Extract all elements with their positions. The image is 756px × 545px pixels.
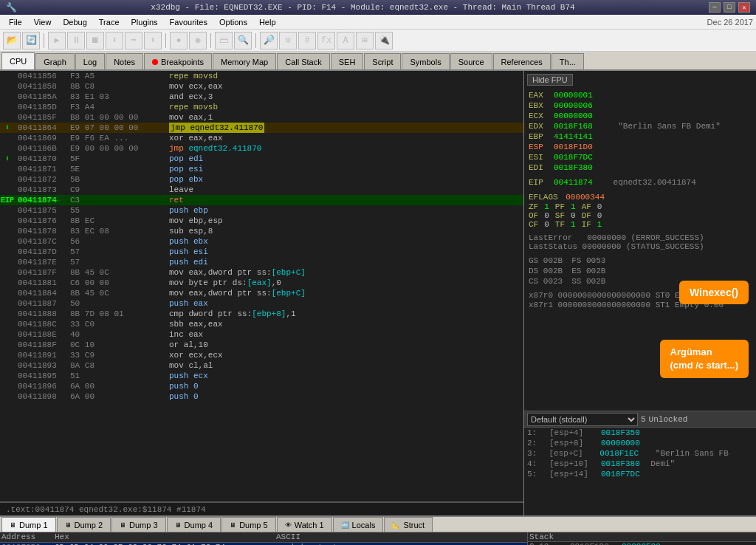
- reg-ecx: ECX 00000000: [526, 111, 755, 121]
- disasm-row[interactable]: 004118888B 7D 08 01cmp dword ptr ss:[ebp…: [0, 309, 523, 319]
- seg-ds-es: DS 002B ES 002B: [526, 266, 755, 276]
- dump-tab-watch1[interactable]: 👁Watch 1: [277, 517, 332, 532]
- tab-references[interactable]: References: [493, 53, 551, 69]
- close-button[interactable]: ✕: [738, 2, 750, 13]
- toolbar-fx[interactable]: fx: [317, 32, 335, 49]
- disasm-row[interactable]: ⬆004118705Fpop edi: [0, 154, 523, 164]
- disasm-row[interactable]: 00411873C9leave: [0, 185, 523, 195]
- toolbar-step-out[interactable]: ⬆: [144, 32, 162, 49]
- disasm-row[interactable]: 0041189133 C9xor ecx,ecx: [0, 350, 523, 360]
- tab-source[interactable]: Source: [450, 53, 492, 69]
- reg-eip: EIP 00411874 eqnedt32.00411874: [526, 177, 755, 188]
- maximize-button[interactable]: □: [724, 2, 735, 13]
- disasm-row[interactable]: 0041187D57push esi: [0, 247, 523, 257]
- disasm-panel: 00411856F3 A5repe movsd004118588B C8mov …: [0, 71, 524, 515]
- toolbar-extra[interactable]: ⊞: [356, 32, 374, 49]
- disasm-row[interactable]: 004118715Epop esi: [0, 164, 523, 174]
- tab-symbols[interactable]: Symbols: [402, 53, 449, 69]
- disasm-row[interactable]: 004118986A 00push 0: [0, 391, 523, 402]
- stack-frame-select[interactable]: Default (stdcall): [527, 413, 638, 426]
- dump-header: Address Hex ASCII: [0, 532, 527, 543]
- disasm-row[interactable]: 0041185FB8 01 00 00 00mov eax,1: [0, 112, 523, 123]
- disasm-row[interactable]: 004118725Bpop ebx: [0, 174, 523, 185]
- disasm-row[interactable]: 00411856F3 A5repe movsd: [0, 71, 523, 81]
- tab-breakpoints[interactable]: Breakpoints: [144, 53, 212, 69]
- disasm-row[interactable]: 0041186BE9 00 00 00 00jmp eqnedt32.41187…: [0, 143, 523, 154]
- toolbar-open[interactable]: 📂: [3, 32, 21, 49]
- toolbar-goto[interactable]: 🔍: [234, 32, 252, 49]
- dump-tab-5[interactable]: 🖥Dump 5: [221, 517, 276, 532]
- tab-seh[interactable]: SEH: [331, 53, 364, 69]
- menu-help[interactable]: Help: [253, 16, 282, 28]
- tab-graph[interactable]: Graph: [35, 53, 75, 69]
- disasm-row[interactable]: 0041185A83 E1 03and ecx,3: [0, 92, 523, 102]
- disasm-row[interactable]: ⬇00411864E9 07 00 00 00jmp eqnedt32.4118…: [0, 123, 523, 133]
- tab-threads[interactable]: Th...: [551, 53, 584, 69]
- disasm-row[interactable]: 0041187555push ebp: [0, 205, 523, 216]
- dump-tab-2[interactable]: 🖥Dump 2: [57, 517, 111, 532]
- disasm-arrow: [0, 174, 15, 185]
- disasm-row[interactable]: 0041187F8B 45 0Cmov eax,dword ptr ss:[eb…: [0, 267, 523, 278]
- dump-tab-4[interactable]: 🖥Dump 4: [167, 517, 221, 532]
- toolbar-hwbp[interactable]: ◉: [189, 32, 207, 49]
- menu-plugins[interactable]: Plugins: [126, 16, 164, 28]
- dump-tab-locals[interactable]: 🔤Locals: [333, 517, 384, 532]
- menu-options[interactable]: Options: [213, 16, 253, 28]
- disasm-row[interactable]: 004118588B C8mov ecx,eax: [0, 81, 523, 92]
- stack-lower-content[interactable]: $-180018F1B833322E38$-140018F1BC32312E34…: [528, 542, 756, 545]
- disasm-row[interactable]: 0041187E57push edi: [0, 257, 523, 267]
- disasm-row[interactable]: EIP00411874C3ret: [0, 195, 523, 205]
- menu-trace[interactable]: Trace: [93, 16, 126, 28]
- toolbar-stop[interactable]: ⏹: [86, 32, 104, 49]
- dump-tab-struct[interactable]: 📐Struct: [384, 517, 433, 532]
- disasm-arrow: ⬇: [0, 123, 15, 133]
- toolbar-plugin[interactable]: 🔌: [375, 32, 393, 49]
- toolbar-mem[interactable]: 🗃: [215, 32, 233, 49]
- menu-debug[interactable]: Debug: [57, 16, 92, 28]
- disasm-arrow: [0, 143, 15, 154]
- dump-tab-1[interactable]: 🖥Dump 1: [1, 517, 56, 532]
- menu-file[interactable]: File: [3, 16, 28, 28]
- disasm-row[interactable]: 00411881C6 00 00mov byte ptr ds:[eax],0: [0, 278, 523, 288]
- tab-memory-map[interactable]: Memory Map: [213, 53, 276, 69]
- dump-tab-3[interactable]: 🖥Dump 3: [111, 517, 166, 532]
- toolbar-settings[interactable]: ⚙: [279, 32, 297, 49]
- disasm-row[interactable]: 0041188750push eax: [0, 298, 523, 309]
- disasm-row[interactable]: 0041187883 EC 08sub esp,8: [0, 226, 523, 236]
- tab-log[interactable]: Log: [75, 53, 105, 69]
- disasm-arrow: [0, 340, 15, 350]
- disasm-arrow: [0, 329, 15, 340]
- toolbar-a[interactable]: A: [337, 32, 354, 49]
- tab-script[interactable]: Script: [364, 53, 401, 69]
- menu-favourites[interactable]: Favourites: [164, 16, 213, 28]
- toolbar-step-over[interactable]: ➡: [125, 32, 142, 49]
- toolbar-step-into[interactable]: ⬇: [106, 32, 123, 49]
- toolbar-bp[interactable]: ●: [170, 32, 188, 49]
- disasm-row[interactable]: 0041187C56push ebx: [0, 236, 523, 247]
- disasm-arrow: [0, 216, 15, 226]
- disasm-row[interactable]: 004118848B 45 0Cmov eax,dword ptr ss:[eb…: [0, 288, 523, 298]
- tab-call-stack[interactable]: Call Stack: [277, 53, 330, 69]
- minimize-button[interactable]: ─: [709, 2, 721, 13]
- reg-ebx: EBX 00000006: [526, 100, 755, 111]
- disasm-row[interactable]: 0041188E40inc eax: [0, 329, 523, 340]
- stack-row-4: 4: [esp+10] 0018F380: [524, 459, 756, 469]
- tab-notes[interactable]: Notes: [106, 53, 143, 69]
- disasm-row[interactable]: 004118966A 00push 0: [0, 381, 523, 391]
- disasm-row[interactable]: 004118938A C8mov cl,al: [0, 360, 523, 371]
- tab-cpu[interactable]: CPU: [1, 52, 35, 69]
- toolbar-hash[interactable]: #: [298, 32, 316, 49]
- disassembly-view[interactable]: 00411856F3 A5repe movsd004118588B C8mov …: [0, 71, 523, 502]
- toolbar-run[interactable]: ▶: [48, 32, 66, 49]
- disasm-row[interactable]: 0041189551push ecx: [0, 371, 523, 381]
- disasm-row[interactable]: 004118768B ECmov ebp,esp: [0, 216, 523, 226]
- toolbar-restart[interactable]: 🔄: [22, 32, 40, 49]
- disasm-row[interactable]: 0041188C33 C0sbb eax,eax: [0, 319, 523, 329]
- disasm-row[interactable]: 0041188F0C 10or al,10: [0, 340, 523, 350]
- hide-fpu-button[interactable]: Hide FPU: [527, 74, 573, 86]
- toolbar-search[interactable]: 🔎: [260, 32, 278, 49]
- toolbar-pause[interactable]: ⏸: [67, 32, 85, 49]
- disasm-row[interactable]: 0041185DF3 A4repe movsb: [0, 102, 523, 112]
- menu-view[interactable]: View: [28, 16, 58, 28]
- disasm-row[interactable]: 00411869E9 F6 EA ...xor eax,eax: [0, 133, 523, 143]
